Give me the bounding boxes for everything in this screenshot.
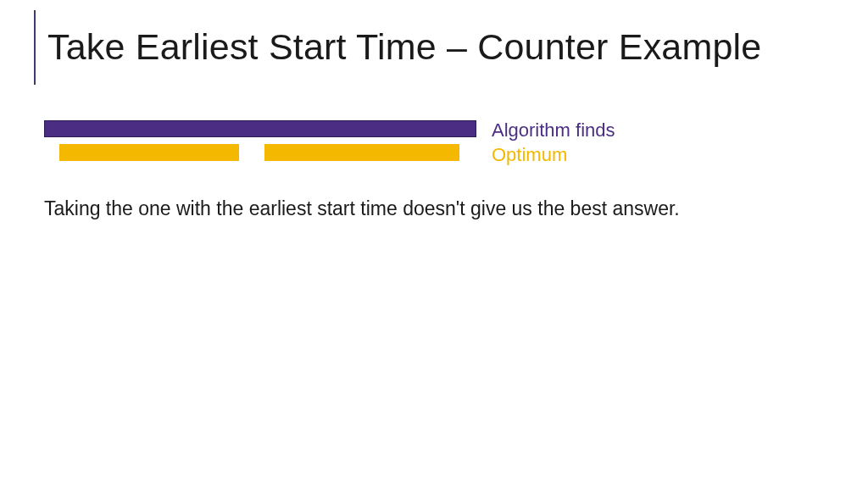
slide-title: Take Earliest Start Time – Counter Examp… (47, 10, 761, 69)
title-area: Take Earliest Start Time – Counter Examp… (34, 10, 761, 85)
interval-bar-optimum-1 (59, 144, 239, 161)
legend-algorithm-label: Algorithm finds (492, 119, 615, 143)
title-accent-rule (34, 10, 36, 85)
interval-bar-algorithm (44, 120, 476, 137)
interval-bar-optimum-2 (264, 144, 459, 161)
slide-body-text: Taking the one with the earliest start t… (44, 197, 739, 221)
legend-optimum-label: Optimum (492, 143, 615, 168)
legend: Algorithm finds Optimum (492, 119, 615, 167)
